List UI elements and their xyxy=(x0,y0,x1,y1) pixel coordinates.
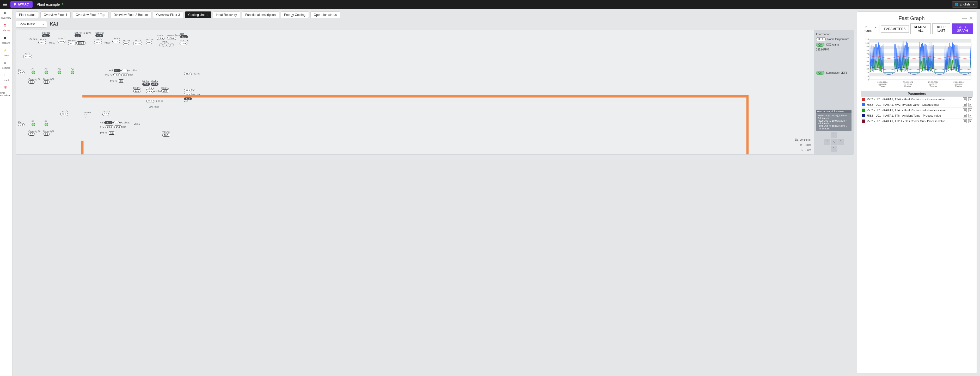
go-to-graph-button[interactable]: GO TO GRAPH xyxy=(952,24,973,34)
ref0b: 0.0 xyxy=(113,121,120,124)
sidebar-item-settings[interactable]: ☷Settings xyxy=(2,62,10,69)
svg-text:Torsdag: Torsdag xyxy=(929,85,937,87)
mv3: 0.0 xyxy=(123,42,129,45)
gear-icon[interactable]: ⚙ xyxy=(963,103,967,106)
cap4: 0.0 xyxy=(43,133,49,136)
cop1: 2.0 xyxy=(18,71,24,74)
tt2-1: 32.9 xyxy=(180,42,188,45)
mv1: 0.0 xyxy=(146,41,152,44)
language-select[interactable]: 🌐 English xyxy=(952,1,978,8)
tab-cooling-unit-1[interactable]: Cooling Unit 1 xyxy=(185,11,211,18)
svg-text:30: 30 xyxy=(867,68,869,70)
param-row: 7582 - U01 - KA/FA1, TT6 - Ambient Temp … xyxy=(861,113,973,119)
tab-plant-status[interactable]: Plant status xyxy=(16,11,39,18)
pt1bar: 78.8 xyxy=(184,93,192,96)
parameters-button[interactable]: PARAMETERS xyxy=(881,25,909,33)
tab-overview-floor-2-top[interactable]: Overview Floor 2 Top xyxy=(72,11,108,18)
refresh-icon[interactable]: ↻ xyxy=(62,3,64,6)
svg-text:60: 60 xyxy=(867,57,869,59)
svg-text:40: 40 xyxy=(867,64,869,67)
maxbar: 45.0 xyxy=(151,82,159,86)
minimize-icon[interactable]: — xyxy=(962,16,967,21)
ref0: 0.0 xyxy=(121,69,128,72)
tab-operation-status[interactable]: Operation status xyxy=(310,11,340,18)
tab-energy-cooling[interactable]: Energy Cooling xyxy=(281,11,309,18)
svg-text:20: 20 xyxy=(867,71,869,74)
color-swatch xyxy=(862,109,865,112)
tab-heat-recovery[interactable]: Heat Recovery xyxy=(213,11,240,18)
dpad-right[interactable]: ˃ xyxy=(837,139,844,145)
remove-icon[interactable]: ✕ xyxy=(968,114,972,117)
close-icon[interactable]: ✕ xyxy=(969,16,973,21)
menu-icon[interactable] xyxy=(2,1,8,8)
he10: HE10 xyxy=(49,41,55,44)
color-swatch xyxy=(862,103,865,106)
pc99: 99.9 xyxy=(184,89,192,92)
remove-icon[interactable]: ✕ xyxy=(968,97,972,101)
remove-all-button[interactable]: REMOVE ALL xyxy=(910,24,931,34)
svg-text:80: 80 xyxy=(867,49,869,52)
he20: HE20 xyxy=(105,41,110,44)
tt1: 107.9 xyxy=(23,55,32,58)
param-name: 7582 - U01 - KA/FA1, TT42 - Heat Reclaim… xyxy=(867,98,961,101)
liq-consumer-lbl: Liq. consumer xyxy=(795,138,811,141)
dpad-down[interactable]: ˅ xyxy=(830,146,837,152)
pt4a: -28.3 xyxy=(105,125,114,129)
sidebar-item-schedule[interactable]: 📅Time Schedule xyxy=(0,86,12,97)
show-latest-select[interactable]: Show latest xyxy=(16,21,47,28)
svg-text:Onsdag: Onsdag xyxy=(904,85,911,87)
fast-graph-panel: Fast Graph — ✕ 96 hours PARAMETERS REMOV… xyxy=(857,11,977,373)
vm15: VM15 xyxy=(134,123,140,125)
cap2: 0.0 xyxy=(43,81,49,84)
dpad[interactable]: ˄ ˂⌂˃ ˅ xyxy=(824,132,844,152)
dpad-home[interactable]: ⌂ xyxy=(830,139,837,145)
cap1: 0.0 xyxy=(29,81,35,84)
sidebar-item-reports[interactable]: ▮▮Reports xyxy=(2,36,10,44)
co2-ok: OK xyxy=(816,43,824,47)
sidebar-item-graph[interactable]: ⫯Graph xyxy=(3,74,10,82)
param-name: 7582 - U01 - KA/FA1, MV2- Bypass Valve -… xyxy=(867,103,961,106)
sidebar-item-ems[interactable]: ⚡EMS xyxy=(4,49,9,57)
pt3a: 10.8 xyxy=(146,87,154,90)
tab-overview-floor-2-bottom[interactable]: Overview Floor 2 Bottom xyxy=(110,11,151,18)
plant-name: Plant example xyxy=(37,2,60,6)
remove-icon[interactable]: ✕ xyxy=(968,108,972,112)
ec1: 38.0 xyxy=(161,89,169,92)
gear-icon[interactable]: ⚙ xyxy=(963,114,967,117)
mv2: 53.0 xyxy=(68,42,76,45)
room-temp: 30.0 xyxy=(816,37,826,41)
remove-icon[interactable]: ✕ xyxy=(968,103,972,106)
param-row: 7582 - U01 - KA/FA1, TT42 - Heat Reclaim… xyxy=(861,97,973,102)
tab-functional-description[interactable]: Functional description xyxy=(242,11,279,18)
brand-badge[interactable]: KIWMAC xyxy=(10,1,33,8)
room-temp-lbl: Room temperature xyxy=(827,38,849,41)
svg-rect-0 xyxy=(870,39,971,43)
gear-icon[interactable]: ⚙ xyxy=(963,119,967,123)
he100: HE100 xyxy=(84,111,91,114)
tabs: Plant statusOverview Floor 1Overview Flo… xyxy=(16,11,854,18)
remove-icon[interactable]: ✕ xyxy=(968,119,972,123)
tt42: 58.6 xyxy=(57,40,65,43)
sidebar-item-overview[interactable]: ▦Overview xyxy=(1,11,11,19)
tab-overview-floor-1[interactable]: Overview Floor 1 xyxy=(40,11,71,18)
param-row: 7582 - U01 - KA/FA1, TT2:1 - Gas Cooler … xyxy=(861,119,973,124)
cop2: 1.2 xyxy=(18,123,24,126)
info-title: Information xyxy=(816,33,851,36)
tab-overview-floor-3[interactable]: Overview Floor 3 xyxy=(153,11,183,18)
comp-c2 xyxy=(45,71,48,74)
comp-c1 xyxy=(32,71,35,74)
param-name: 7582 - U01 - KA/FA1, TT2:1 - Gas Cooler … xyxy=(867,119,961,123)
lt-suct-lbl: L-T Suct. xyxy=(801,149,811,152)
tt6: 29.9 xyxy=(157,37,164,40)
gear-icon[interactable]: ⚙ xyxy=(963,97,967,101)
dpad-up[interactable]: ˄ xyxy=(830,132,837,138)
sidebar-item-alarms[interactable]: ⏰Alarms xyxy=(2,24,10,32)
he30: HE30 xyxy=(162,40,169,43)
fg-title: Fast Graph xyxy=(861,15,962,21)
keep-last-button[interactable]: KEEP LAST xyxy=(932,24,950,34)
color-swatch xyxy=(862,119,865,123)
process-diagram: Oil-sep. SetHR167.0 TT43 °C66.1 HE10 TT4… xyxy=(16,30,854,155)
range-select[interactable]: 96 hours xyxy=(861,24,880,34)
dpad-left[interactable]: ˂ xyxy=(824,139,830,145)
gear-icon[interactable]: ⚙ xyxy=(963,108,967,112)
